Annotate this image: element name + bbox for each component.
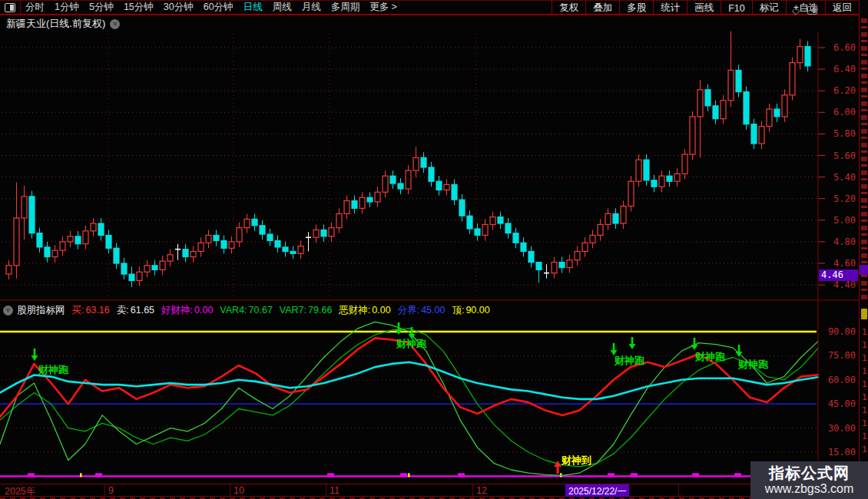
date-cell-divider bbox=[472, 484, 473, 496]
sell-signal-label: 财神跑 bbox=[694, 351, 726, 362]
indicator-tick: 90.00 bbox=[820, 326, 856, 337]
indicator-value-好财神: 好财神:0.00 bbox=[161, 304, 213, 317]
right-sidebar-strip: 1 1 1 1 1 1 1 1 1 1 bbox=[859, 0, 868, 499]
indicator-header: ˅ 股朋指标网 买:63.16卖:61.65好财神:0.00VAR4:70.67… bbox=[0, 302, 818, 318]
price-tick: 5.40 bbox=[820, 172, 856, 183]
buy-signal-label: 财神到 bbox=[561, 454, 591, 466]
price-tick: 6.00 bbox=[820, 107, 856, 117]
sell-signal-label: 财神跑 bbox=[38, 364, 69, 375]
date-label: 9 bbox=[108, 485, 114, 496]
price-tick: 5.60 bbox=[820, 150, 856, 161]
price-tick: 5.00 bbox=[820, 215, 856, 226]
price-tick: 6.60 bbox=[820, 42, 856, 53]
price-tick: 5.20 bbox=[820, 193, 856, 204]
indicator-value-VAR7: VAR7:79.66 bbox=[280, 305, 332, 316]
indicator-collapse-icon[interactable]: ˅ bbox=[3, 306, 13, 316]
indicator-source[interactable]: 股朋指标网 bbox=[17, 304, 65, 317]
price-tick: 6.40 bbox=[820, 64, 856, 74]
indicator-value-VAR4: VAR4:70.67 bbox=[220, 305, 272, 316]
indicator-tick: 75.00 bbox=[820, 350, 856, 361]
indicator-value-卖: 卖:61.65 bbox=[117, 304, 154, 317]
vertical-text-strip bbox=[861, 18, 867, 302]
date-label: 12 bbox=[476, 485, 487, 496]
indicator-value-顶: 顶:90.00 bbox=[452, 304, 489, 317]
indicator-tick: 30.00 bbox=[820, 423, 856, 434]
indicator-tick: 45.00 bbox=[820, 398, 856, 409]
selected-date-chip: 2025/12/22/一 bbox=[565, 484, 629, 497]
candlestick-and-indicator-plot[interactable]: 财神跑财神跑财神跑财神跑财神跑财神到 bbox=[0, 0, 868, 499]
date-cell-divider bbox=[678, 484, 679, 496]
price-tick: 4.60 bbox=[820, 258, 856, 269]
price-marker: 4.46 bbox=[819, 269, 858, 281]
price-tick: 4.40 bbox=[820, 279, 856, 290]
indicator-tick: 60.00 bbox=[820, 375, 856, 385]
sell-signal-label: 财神跑 bbox=[614, 355, 645, 366]
strip-yellow-glyph bbox=[861, 309, 867, 319]
date-cell-divider bbox=[104, 484, 105, 496]
date-label: 10 bbox=[234, 485, 244, 496]
date-label: 2025年 bbox=[5, 485, 35, 498]
strip-price-marker bbox=[860, 265, 868, 275]
strip-digit-column: 1 1 1 1 1 1 1 1 1 1 bbox=[862, 326, 868, 456]
indicator-value-买: 买:63.16 bbox=[72, 304, 110, 317]
price-tick: 4.80 bbox=[820, 236, 856, 247]
date-cell-divider bbox=[326, 484, 326, 496]
watermark: 指标公式网 www.zbgs3.com bbox=[750, 461, 868, 499]
sell-signal-label: 财神跑 bbox=[396, 338, 427, 349]
sell-signal-label: 财神跑 bbox=[737, 359, 769, 370]
indicator-tick: 15.00 bbox=[820, 447, 856, 458]
price-tick: 5.80 bbox=[820, 128, 856, 139]
indicator-value-分界: 分界:45.00 bbox=[398, 304, 446, 317]
date-axis: 2025/12/22/一 2025年9101112 bbox=[0, 484, 859, 497]
price-tick: 6.20 bbox=[820, 85, 856, 96]
watermark-title: 指标公式网 bbox=[769, 464, 850, 481]
indicator-value-恶财神: 恶财神:0.00 bbox=[339, 304, 390, 317]
app-window: 分时1分钟5分钟15分钟30分钟60分钟日线周线月线多周期更多 > 复权叠加多股… bbox=[0, 0, 868, 499]
watermark-url: www.zbgs3.com bbox=[765, 481, 854, 496]
date-cell-divider bbox=[230, 484, 230, 496]
date-label: 11 bbox=[330, 485, 340, 496]
